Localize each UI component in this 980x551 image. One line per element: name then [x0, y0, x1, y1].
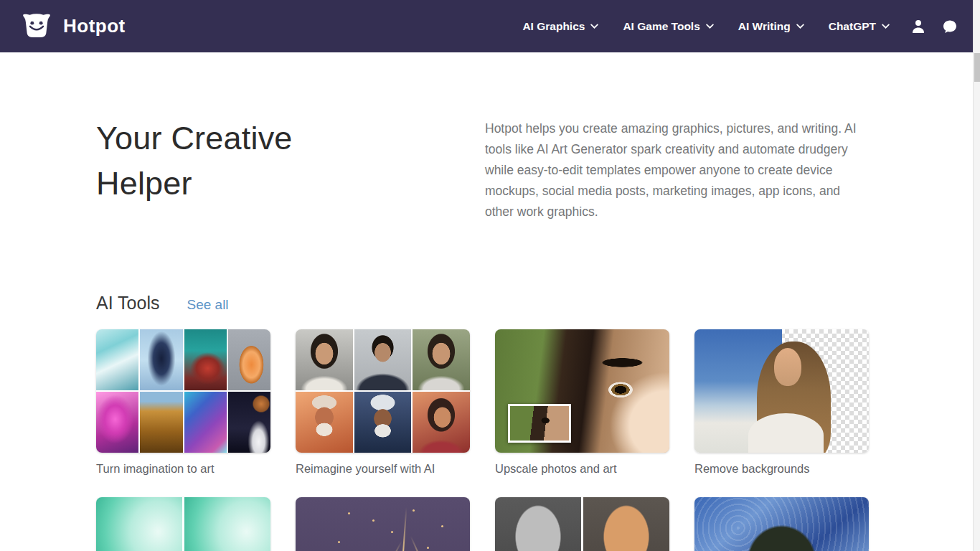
nav-ai-graphics-label: AI Graphics: [522, 20, 585, 33]
tool-card-colorize[interactable]: [495, 497, 669, 551]
portrait-photo-1: [296, 329, 353, 390]
tool-card-label: Upscale photos and art: [495, 462, 669, 476]
hero-description: Hotpot helps you create amazing graphics…: [485, 118, 869, 222]
art-thumbnails: [96, 329, 270, 453]
original-photo-inset: [508, 404, 571, 443]
ai-tools-header: AI Tools See all: [96, 293, 869, 314]
chevron-down-icon: [882, 24, 890, 29]
chevron-down-icon: [796, 24, 804, 29]
nav-ai-writing[interactable]: AI Writing: [738, 20, 804, 33]
top-navbar: Hotpot AI Graphics AI Game Tools AI Writ…: [0, 0, 980, 52]
wave-without-surfer: [184, 497, 270, 551]
tool-card-style-transfer[interactable]: [694, 497, 869, 551]
sparkler-image: [296, 497, 470, 551]
art-tile-creature: [96, 329, 138, 390]
tool-card-upscale[interactable]: Upscale photos and art: [495, 329, 669, 476]
wave-with-surfer: [96, 497, 182, 551]
colorize-before-after: [495, 497, 669, 551]
art-style-transfer-mona-lisa: [694, 497, 869, 551]
photo-colorization-before-after: [495, 497, 669, 551]
portrait-photo-2: [354, 329, 412, 390]
tool-card-spark-photo[interactable]: [296, 497, 470, 551]
nav-chatgpt-label: ChatGPT: [829, 20, 876, 33]
art-tile-motorcycle: [184, 329, 227, 390]
chevron-down-icon: [706, 24, 714, 29]
ai-tools-section: AI Tools See all: [96, 293, 869, 551]
ai-art-examples-grid: [96, 329, 270, 453]
mona-lisa-van-gogh-style: [694, 497, 869, 551]
spark-streak: [382, 541, 402, 551]
tools-grid: Turn imagination to art Reimagine yourse…: [96, 329, 869, 551]
tool-card-object-removal[interactable]: [96, 497, 270, 551]
portrait-photo-3: [413, 329, 470, 390]
spark-streak: [402, 507, 407, 551]
tool-card-remove-background[interactable]: Remove backgrounds: [694, 329, 869, 476]
grayscale-portrait-half: [495, 497, 581, 551]
nav-ai-game-tools-label: AI Game Tools: [623, 20, 699, 33]
hero-section: Your Creative Helper Hotpot helps you cr…: [96, 116, 869, 222]
art-tile-pink-portrait: [96, 392, 138, 453]
nav-ai-graphics[interactable]: AI Graphics: [522, 20, 598, 33]
subject-shirt: [748, 413, 823, 453]
ai-tools-title: AI Tools: [96, 293, 159, 314]
nav-ai-game-tools[interactable]: AI Game Tools: [623, 20, 713, 33]
page-scrollbar[interactable]: [973, 0, 980, 551]
hotpot-pot-icon: [20, 11, 53, 42]
chevron-down-icon: [590, 24, 598, 29]
background-removal-portrait: [694, 329, 869, 453]
nav-icon-group: [910, 18, 958, 35]
portrait-ai-3: [413, 392, 470, 453]
portrait-thumbnails: [296, 329, 470, 453]
art-tile-fox: [228, 329, 270, 390]
scrollbar-thumb[interactable]: [974, 53, 980, 82]
wave-before-after: [96, 497, 270, 551]
object-removal-wave-before-after: [96, 497, 270, 551]
colorized-portrait-half: [583, 497, 669, 551]
tool-card-label: Remove backgrounds: [694, 462, 869, 476]
spark-dots: [348, 512, 350, 514]
art-tile-hero: [140, 329, 182, 390]
nav-ai-writing-label: AI Writing: [738, 20, 791, 33]
tool-card-ai-art[interactable]: Turn imagination to art: [96, 329, 270, 476]
page-content: Your Creative Helper Hotpot helps you cr…: [96, 116, 869, 551]
brand-name: Hotpot: [63, 15, 126, 37]
main-nav: AI Graphics AI Game Tools AI Writing Cha…: [522, 18, 958, 35]
brand-logo[interactable]: Hotpot: [20, 11, 126, 42]
page-title: Your Creative Helper: [96, 116, 376, 222]
subject-face: [774, 348, 802, 386]
photo-upscale-eye-closeup: [495, 329, 669, 453]
ai-avatar-portraits-grid: [296, 329, 470, 453]
tool-card-label: Reimagine yourself with AI: [296, 462, 470, 476]
portrait-ai-1: [296, 392, 353, 453]
chat-bubble-icon[interactable]: [941, 18, 958, 35]
tool-card-ai-avatars[interactable]: Reimagine yourself with AI: [296, 329, 470, 476]
tool-card-label: Turn imagination to art: [96, 462, 270, 476]
nav-chatgpt[interactable]: ChatGPT: [829, 20, 890, 33]
spark-photo-purple: [296, 497, 470, 551]
art-tile-fantasy-portrait: [184, 392, 227, 453]
user-icon[interactable]: [910, 18, 927, 35]
see-all-link[interactable]: See all: [187, 297, 228, 313]
art-tile-astronaut: [228, 392, 270, 453]
spark-streak: [410, 535, 427, 551]
portrait-ai-2: [354, 392, 412, 453]
art-tile-cottage: [140, 392, 182, 453]
